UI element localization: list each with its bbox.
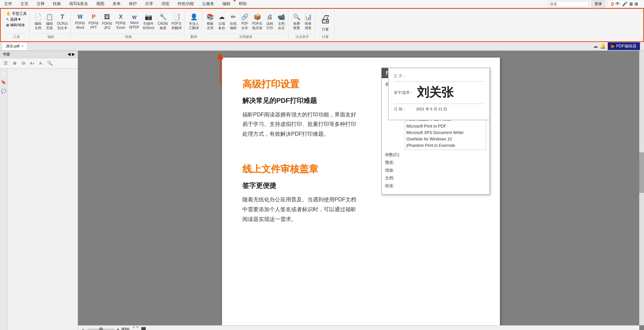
screen-icon[interactable]: 🖥 — [629, 1, 633, 6]
ribbon-tool-section: ✋ 手型工具 ↖ 选择▼ ⊞ 编辑/缩放 工具 — [3, 10, 30, 40]
menu-edit[interactable]: 编辑 — [221, 0, 232, 7]
edit-page-btn[interactable]: 📋 编辑页面 — [44, 13, 55, 31]
edit-doc-btn[interactable]: 📄 编辑文档 — [33, 13, 43, 31]
cloud-sync-icon[interactable]: ☁ — [593, 43, 598, 49]
zoom-value: 80% — [121, 327, 129, 330]
sidebar-pages-icon[interactable]: 📄 — [0, 70, 7, 77]
pro-translate-btn[interactable]: 👤 专业人工翻译 — [187, 13, 200, 31]
services-group-label: 文档服务 — [205, 34, 287, 39]
print-preview-label: 预览: — [385, 160, 402, 166]
fit-width-btn[interactable]: ⬛ — [141, 327, 146, 330]
menu-browse[interactable]: 浏览 — [160, 0, 171, 7]
menu-file[interactable]: 文件 — [3, 0, 14, 7]
scan-to-word-btn[interactable]: 📷 扫描件转Word — [141, 13, 156, 31]
menu-protect[interactable]: 保护 — [127, 0, 138, 7]
notification-icon[interactable]: 🔔 — [600, 43, 606, 49]
printer-ms-pdf[interactable]: Microsoft Print to PDF — [406, 123, 484, 130]
date-label: 日 期： — [394, 107, 414, 112]
read-survey-btn[interactable]: 📊 阅卷调查 — [303, 13, 314, 31]
edit-zoom-icon: ⊞ — [6, 23, 9, 27]
grid-icon[interactable]: ⊞ — [635, 1, 638, 6]
hand-tool-btn[interactable]: ✋ 手型工具 — [5, 11, 27, 17]
sidebar-expand-btn[interactable]: ▶ — [72, 52, 75, 57]
doc-meeting-btn[interactable]: 📹 文档会议 — [276, 13, 287, 31]
pdf-merge-btn[interactable]: 🔗 PDF合并 — [239, 13, 250, 31]
bookmark-menu-btn[interactable]: ☰ — [2, 60, 9, 67]
zoom-slider[interactable] — [87, 329, 115, 330]
pdf-editor-btn[interactable]: ▶ PDF编辑器 — [608, 42, 640, 50]
pdf-translate-btn[interactable]: 📑 PDF文档翻译 — [170, 13, 183, 31]
zoom-thumb[interactable] — [99, 327, 103, 330]
login-button[interactable]: 登录 — [591, 0, 605, 7]
sogou-label: 中· — [616, 1, 621, 7]
word-to-pdf-btn[interactable]: W Word转PDF — [128, 14, 141, 30]
jpg-icon: 🖼 — [104, 13, 110, 21]
menu-cloud[interactable]: 云服务 — [201, 0, 216, 7]
pdf-merge-label: PDF合并 — [241, 21, 248, 30]
pdf-to-ppt-btn[interactable]: P PDF转PPT — [87, 13, 100, 30]
sidebar-comments-icon[interactable]: 💬 — [0, 88, 7, 94]
cloud-backup-btn[interactable]: ☁ 云端备份 — [216, 13, 227, 31]
pdf-to-excel-btn[interactable]: X PDF转Excel — [114, 13, 127, 30]
doc-meeting-label: 文档会议 — [278, 21, 285, 30]
search-input[interactable] — [548, 1, 589, 7]
font-increase-btn[interactable]: A+ — [28, 60, 36, 67]
remote-print-btn[interactable]: 🖨 远程打印 — [264, 13, 275, 31]
zoom-in-btn[interactable]: + — [117, 327, 119, 330]
pdf-to-jpg-btn[interactable]: 🖼 PDF转JPG — [101, 13, 114, 31]
menu-convert[interactable]: 转换 — [52, 0, 62, 7]
scrollbar[interactable] — [639, 51, 644, 325]
online-edit-btn[interactable]: ✏ 在线编辑 — [228, 13, 239, 31]
menu-annotate[interactable]: 注释 — [35, 0, 46, 7]
read-survey-label: 阅卷调查 — [305, 21, 311, 30]
cad-btn[interactable]: 🔧 CAD转换器 — [156, 13, 169, 31]
ocr-btn[interactable]: T OCR识别文本 — [56, 13, 69, 31]
pdf-tab[interactable]: 演示.pdf × — [1, 42, 28, 50]
printer-phantom-evernote[interactable]: |Phantom Print to Evernote — [406, 142, 484, 149]
mic-icon[interactable]: 🎤 — [622, 1, 627, 6]
menu-fill-sign[interactable]: 填写&签名 — [68, 0, 89, 7]
word-icon: W — [78, 14, 83, 21]
sidebar-left-icons: 📄 🔖 💬 — [0, 69, 7, 330]
fullscreen-btn[interactable]: ⛶ — [133, 326, 138, 330]
printer-ms-xps[interactable]: Microsoft XPS Document Writer — [406, 130, 484, 136]
menu-share[interactable]: 共享 — [144, 0, 155, 7]
scroll-thumb[interactable] — [639, 152, 644, 193]
tab-close-btn[interactable]: × — [21, 44, 23, 48]
sidebar-title: 书签 — [3, 52, 10, 57]
menu-home[interactable]: 主页 — [19, 0, 30, 7]
pdf-word-label: PDF转Word — [75, 21, 85, 30]
free-check-btn[interactable]: 🔍 免费查重 — [291, 13, 302, 31]
sidebar-collapse-btn[interactable]: ◀ — [67, 52, 71, 57]
pdf-area[interactable]: 高级打印设置 解决常见的PDF打印难题 福昕PDF阅读器拥有强大的打印功能，界面… — [78, 51, 644, 330]
template-label: 模板文库 — [207, 21, 214, 30]
printer-onenote[interactable]: OneNote for Windows 10 — [406, 136, 484, 142]
sign-row: 签字/盖章： 刘关张 — [394, 84, 484, 101]
pdf-compress-icon: 📦 — [254, 13, 261, 21]
menu-special[interactable]: 特色功能 — [176, 0, 195, 7]
translate-group-label: 翻译 — [187, 34, 200, 39]
sidebar-bookmarks-icon[interactable]: 🔖 — [0, 79, 7, 86]
tool-label: 工具 — [5, 34, 27, 39]
pro-translate-icon: 👤 — [190, 13, 198, 21]
menu-form[interactable]: 表单 — [111, 0, 122, 7]
find-bookmark-btn[interactable]: 🔍 — [46, 60, 54, 67]
template-btn[interactable]: 📚 模板文库 — [205, 13, 216, 31]
font-decrease-btn[interactable]: A- — [37, 60, 45, 67]
pdf-excel-label: PDF转Excel — [116, 21, 126, 30]
menu-help[interactable]: 帮助 — [237, 0, 248, 7]
bookmark-add-btn[interactable]: ⊕ — [11, 60, 18, 67]
editor-arrow-icon: ▶ — [611, 43, 615, 49]
cloud-backup-icon: ☁ — [219, 13, 225, 21]
pdf-compress-btn[interactable]: 📦 PDF在线压缩 — [251, 13, 264, 31]
print-btn[interactable]: 🖨 打窗 — [318, 11, 333, 33]
zoom-out-btn[interactable]: － — [81, 326, 85, 330]
menu-view[interactable]: 视图 — [95, 0, 106, 7]
select-btn[interactable]: ↖ 选择▼ — [5, 17, 27, 22]
print-copies-row: 份数(C): — [385, 152, 486, 158]
pro-translate-label: 专业人工翻译 — [189, 21, 199, 30]
bookmark-remove-btn[interactable]: ⊖ — [20, 60, 27, 67]
pdf-to-word-btn[interactable]: W PDF转Word — [74, 13, 86, 30]
print-copies-label: 份数(C): — [385, 152, 402, 158]
edit-zoom-btn[interactable]: ⊞ 编辑/缩放 — [5, 22, 27, 28]
